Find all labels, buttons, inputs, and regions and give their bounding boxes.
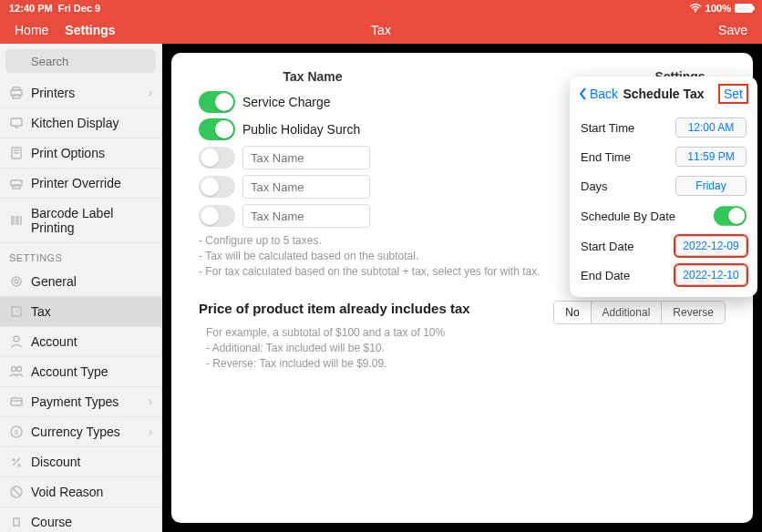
sidebar-label: Currency Types bbox=[31, 425, 120, 439]
printer-icon bbox=[9, 86, 24, 100]
sidebar: Printers › Kitchen Display Print Options… bbox=[0, 44, 162, 532]
svg-rect-4 bbox=[13, 87, 20, 90]
chevron-right-icon: › bbox=[149, 395, 152, 408]
example-line: For example, a subtotal of $100 and a ta… bbox=[206, 325, 535, 341]
status-date: Fri Dec 9 bbox=[58, 3, 100, 14]
schedule-by-date-toggle[interactable] bbox=[714, 206, 747, 226]
end-date-label: End Date bbox=[581, 269, 630, 282]
include-tax-title: Price of product item already includes t… bbox=[199, 301, 535, 316]
barcode-icon bbox=[9, 213, 24, 228]
tax-name-input[interactable] bbox=[242, 204, 370, 228]
segment-option[interactable]: No bbox=[554, 302, 591, 323]
search-input[interactable] bbox=[5, 49, 156, 73]
account-type-icon bbox=[9, 364, 24, 379]
tax-name-input[interactable] bbox=[242, 175, 370, 199]
home-link[interactable]: Home bbox=[15, 23, 48, 37]
back-button[interactable]: Back bbox=[579, 87, 618, 101]
col-tax-name: Tax Name bbox=[208, 69, 417, 84]
sidebar-item-discount[interactable]: Discount bbox=[0, 447, 161, 477]
tax-toggle[interactable] bbox=[199, 91, 235, 113]
gear-icon bbox=[9, 274, 24, 289]
sidebar-item-printers[interactable]: Printers › bbox=[0, 78, 161, 108]
sidebar-item-currency-types[interactable]: $Currency Types › bbox=[0, 417, 161, 447]
days-value[interactable]: Friday bbox=[675, 176, 747, 196]
status-time: 12:40 PM bbox=[9, 3, 53, 14]
sidebar-label: Void Reason bbox=[31, 485, 103, 499]
svg-rect-12 bbox=[13, 185, 20, 189]
back-label: Back bbox=[590, 87, 618, 101]
sidebar-label: General bbox=[31, 274, 77, 289]
start-time-value[interactable]: 12:00 AM bbox=[675, 118, 747, 138]
end-time-label: End Time bbox=[581, 150, 631, 164]
tax-name-text: Service Charge bbox=[242, 95, 331, 109]
svg-point-19 bbox=[15, 280, 18, 283]
sidebar-label: Kitchen Display bbox=[31, 116, 119, 130]
sidebar-label: Tax bbox=[31, 304, 51, 319]
sidebar-item-barcode[interactable]: Barcode Label Printing bbox=[0, 199, 161, 243]
start-time-label: Start Time bbox=[581, 121, 634, 135]
sidebar-item-print-options[interactable]: Print Options bbox=[0, 138, 161, 169]
sidebar-item-general[interactable]: General bbox=[0, 267, 161, 297]
sidebar-label: Account bbox=[31, 334, 77, 349]
include-tax-segment[interactable]: NoAdditionalReverse bbox=[553, 301, 726, 324]
sidebar-label: Print Options bbox=[31, 146, 105, 160]
sidebar-item-tax[interactable]: Tax bbox=[0, 297, 161, 327]
example-line: - Reverse: Tax included will be $9.09. bbox=[206, 356, 535, 372]
svg-rect-20 bbox=[12, 307, 21, 316]
sidebar-item-kitchen-display[interactable]: Kitchen Display bbox=[0, 108, 161, 138]
svg-line-29 bbox=[13, 488, 20, 496]
display-icon bbox=[9, 116, 24, 130]
popup-title: Schedule Tax bbox=[623, 87, 704, 101]
currency-icon: $ bbox=[9, 425, 24, 439]
svg-point-0 bbox=[695, 11, 696, 13]
end-time-value[interactable]: 11:59 PM bbox=[675, 147, 747, 167]
sidebar-label: Account Type bbox=[31, 364, 108, 379]
chevron-right-icon: › bbox=[149, 425, 152, 438]
chevron-left-icon bbox=[579, 87, 588, 100]
schedule-tax-popup: Back Schedule Tax Set Start Time 12:00 A… bbox=[570, 77, 757, 297]
chevron-right-icon: › bbox=[149, 87, 152, 99]
set-button[interactable]: Set bbox=[718, 84, 748, 104]
segment-option[interactable]: Additional bbox=[592, 302, 663, 323]
void-icon bbox=[9, 485, 24, 499]
sidebar-section-header: SETTINGS bbox=[0, 243, 161, 267]
sidebar-label: Printer Override bbox=[31, 176, 121, 190]
schedule-by-date-label: Schedule By Date bbox=[581, 210, 675, 223]
print-options-icon bbox=[9, 146, 24, 160]
tax-toggle[interactable] bbox=[199, 147, 235, 169]
sidebar-label: Printers bbox=[31, 86, 75, 100]
sidebar-item-account-type[interactable]: Account Type bbox=[0, 357, 161, 387]
sidebar-label: Payment Types bbox=[31, 394, 118, 409]
save-button[interactable]: Save bbox=[718, 23, 747, 37]
start-date-label: Start Date bbox=[581, 240, 634, 253]
svg-point-23 bbox=[17, 367, 22, 372]
tax-toggle[interactable] bbox=[199, 176, 235, 198]
include-tax-example: For example, a subtotal of $100 and a ta… bbox=[206, 325, 535, 371]
wifi-icon bbox=[689, 4, 702, 13]
status-bar: 12:40 PM Fri Dec 9 100% bbox=[0, 0, 762, 16]
sidebar-item-printer-override[interactable]: Printer Override bbox=[0, 169, 161, 199]
svg-rect-5 bbox=[13, 95, 20, 98]
sidebar-item-payment-types[interactable]: Payment Types › bbox=[0, 387, 161, 417]
svg-rect-6 bbox=[11, 118, 22, 126]
sidebar-item-void-reason[interactable]: Void Reason bbox=[0, 477, 161, 507]
svg-point-18 bbox=[12, 277, 21, 286]
battery-icon bbox=[735, 4, 753, 13]
override-icon bbox=[9, 176, 24, 190]
sidebar-item-course[interactable]: Course bbox=[0, 507, 161, 532]
payment-icon bbox=[9, 394, 24, 409]
sidebar-label: Discount bbox=[31, 455, 80, 469]
tax-toggle[interactable] bbox=[199, 118, 235, 140]
sidebar-label: Barcode Label Printing bbox=[31, 206, 152, 235]
top-bar: Home Settings Tax Save bbox=[0, 16, 762, 44]
start-date-value[interactable]: 2022-12-09 bbox=[675, 236, 747, 256]
end-date-value[interactable]: 2022-12-10 bbox=[675, 265, 747, 285]
example-line: - Additional: Tax included will be $10. bbox=[206, 341, 535, 356]
course-icon bbox=[9, 515, 24, 529]
sidebar-item-account[interactable]: Account bbox=[0, 327, 161, 357]
svg-point-21 bbox=[14, 336, 19, 342]
tax-name-input[interactable] bbox=[242, 146, 370, 169]
tax-toggle[interactable] bbox=[199, 205, 235, 227]
segment-option[interactable]: Reverse bbox=[662, 302, 725, 323]
page-title: Settings bbox=[65, 23, 115, 37]
